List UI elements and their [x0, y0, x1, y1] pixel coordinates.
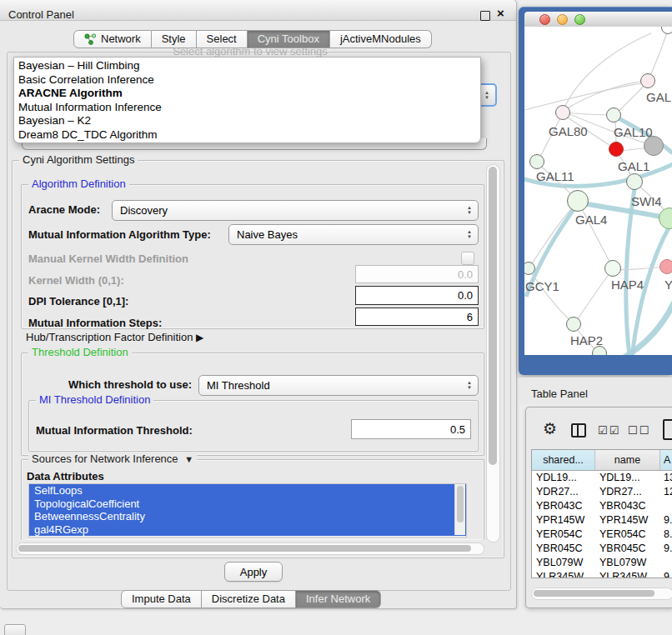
network-node[interactable]: [626, 173, 643, 190]
table-row[interactable]: YDL19...YDL19...13: [532, 471, 672, 485]
network-node-label: GAL11: [536, 169, 574, 183]
algorithm-combo[interactable]: Select algorithm to view settings: [17, 45, 484, 58]
kernel-width-label: Kernel Width (0,1):: [28, 274, 124, 287]
tab-label: Infer Network: [306, 590, 370, 608]
table-row[interactable]: YBR045CYBR045C9.: [532, 542, 672, 556]
table-horizontal-scrollbar[interactable]: [531, 588, 672, 600]
network-node-label: GAL10: [614, 125, 653, 139]
network-node[interactable]: [644, 136, 664, 156]
data-attribute-item[interactable]: TopologicalCoefficient: [29, 498, 466, 511]
network-node-label: SWI4: [631, 194, 662, 208]
network-node[interactable]: [555, 105, 570, 120]
tab-label: Discretize Data: [212, 590, 285, 608]
mi-type-combo[interactable]: Naive Bayes ▲▼: [228, 224, 479, 245]
combo-stepper-icon: ▲▼: [467, 206, 478, 215]
table-panel-title: Table Panel: [531, 388, 588, 400]
minimize-traffic-light-icon[interactable]: [557, 14, 568, 25]
table-row[interactable]: YBR043CYBR043C: [532, 499, 672, 513]
aracne-mode-combo[interactable]: Discovery ▲▼: [112, 200, 479, 221]
aracne-mode-label: Aracne Mode:: [28, 203, 100, 216]
network-node[interactable]: [604, 260, 621, 277]
column-header[interactable]: shared...: [532, 450, 595, 470]
zoom-traffic-light-icon[interactable]: [574, 14, 585, 25]
network-node[interactable]: [609, 142, 624, 157]
algorithm-definition-group: Algorithm Definition Aracne Mode: Discov…: [21, 184, 484, 329]
algorithm-popup-item[interactable]: Bayesian – Hill Climbing: [14, 59, 480, 73]
columns-icon[interactable]: [571, 423, 586, 438]
data-attribute-item[interactable]: gal4RGexp: [29, 523, 466, 537]
minimized-panel-button[interactable]: [4, 624, 26, 635]
table-cell: 13: [660, 471, 672, 485]
dpi-tolerance-field[interactable]: 0.0: [355, 286, 479, 305]
which-threshold-label: Which threshold to use:: [68, 378, 192, 391]
combo-value: Discovery: [113, 204, 467, 217]
table-row[interactable]: YDR27...YDR27...12: [532, 485, 672, 499]
network-node-label: Y: [664, 278, 672, 292]
table-cell: YDL19...: [532, 471, 595, 485]
table-row[interactable]: YLR345WYLR345W9.: [532, 570, 672, 578]
network-window-titlebar[interactable]: [524, 12, 672, 27]
scrollbar-thumb[interactable]: [534, 590, 654, 597]
network-node[interactable]: [529, 154, 544, 169]
scrollbar-thumb[interactable]: [489, 167, 497, 465]
close-icon[interactable]: ×: [497, 7, 504, 20]
chevron-right-icon: ▶: [196, 332, 203, 343]
which-threshold-combo[interactable]: MI Threshold ▲▼: [198, 375, 479, 396]
algorithm-popup-item[interactable]: Basic Correlation Inference: [14, 73, 480, 88]
apply-button[interactable]: Apply: [224, 562, 283, 582]
data-attribute-item[interactable]: SelfLoops: [29, 484, 466, 498]
table-row[interactable]: YER054CYER054C8.: [532, 528, 672, 542]
network-node[interactable]: [592, 346, 607, 355]
column-header[interactable]: name: [595, 450, 660, 470]
table-row[interactable]: YPR145WYPR145W9.: [532, 513, 672, 528]
scrollbar-thumb[interactable]: [18, 545, 471, 552]
document-icon[interactable]: [663, 419, 672, 440]
deselect-all-checkboxes-icon[interactable]: ☐☐: [628, 424, 650, 437]
sources-toggle[interactable]: Sources for Network Inference ▼: [28, 452, 197, 465]
network-node[interactable]: [566, 317, 581, 332]
table-row[interactable]: YBL079WYBL079W: [532, 556, 672, 570]
table-panel-window: ⚙ ☑☑ ☐☐ shared...nameA YDL19...YDL19...1…: [525, 407, 672, 608]
close-traffic-light-icon[interactable]: [539, 14, 550, 25]
table-cell: 9.: [660, 513, 672, 528]
gear-icon[interactable]: ⚙: [543, 421, 557, 437]
network-node-label: HAP4: [611, 278, 644, 292]
field-value: 6: [467, 311, 478, 323]
algorithm-popup-item[interactable]: ARACNE Algorithm: [14, 87, 480, 101]
mi-threshold-field[interactable]: 0.5: [351, 419, 471, 439]
data-attribute-item[interactable]: BetweennessCentrality: [29, 510, 466, 523]
table-cell: YDR27...: [532, 485, 595, 499]
tab-discretize-data[interactable]: Discretize Data: [202, 590, 296, 608]
tab-infer-network[interactable]: Infer Network: [296, 590, 381, 608]
network-node[interactable]: [606, 108, 621, 122]
column-header[interactable]: A: [660, 450, 672, 470]
hub-definition-label: Hub/Transcription Factor Definition: [26, 331, 193, 343]
manual-kernel-checkbox[interactable]: [461, 252, 474, 265]
mi-steps-field[interactable]: 6: [355, 308, 479, 326]
tab-impute-data[interactable]: Impute Data: [121, 590, 202, 608]
kernel-width-field[interactable]: 0.0: [355, 265, 479, 283]
algorithm-popup-item[interactable]: Mutual Information Inference: [14, 101, 480, 115]
float-window-icon[interactable]: [480, 11, 490, 21]
network-node-label: GAL4: [575, 212, 607, 227]
network-node[interactable]: [659, 259, 672, 274]
data-attributes-list[interactable]: SelfLoopsTopologicalCoefficientBetweenne…: [28, 483, 467, 538]
hub-definition-toggle[interactable]: Hub/Transcription Factor Definition ▶: [26, 331, 203, 343]
field-value: 0.5: [450, 423, 470, 436]
table-cell: YPR145W: [532, 513, 595, 528]
horizontal-scrollbar[interactable]: [16, 542, 484, 555]
mode-tabbar: Impute Data Discretize Data Infer Networ…: [121, 590, 381, 608]
network-canvas[interactable]: GALGAL80GAL10GAL1GAL11SWI4GAL4GCY1HAP4YH…: [524, 27, 672, 355]
vertical-scrollbar[interactable]: [486, 164, 500, 542]
network-node[interactable]: [567, 190, 589, 212]
mi-steps-label: Mutual Information Steps:: [28, 317, 162, 329]
algorithm-popup-item[interactable]: Dream8 DC_TDC Algorithm: [14, 128, 480, 142]
sources-title: Sources for Network Inference: [32, 452, 178, 465]
group-title: Algorithm Definition: [28, 178, 129, 190]
list-scrollbar[interactable]: [454, 484, 465, 535]
select-all-checkboxes-icon[interactable]: ☑☑: [598, 424, 620, 437]
algorithm-popup-item[interactable]: Bayesian – K2: [14, 114, 480, 128]
network-node-label: GAL80: [549, 124, 588, 138]
field-value: 0.0: [458, 268, 478, 281]
network-node[interactable]: [640, 73, 655, 88]
